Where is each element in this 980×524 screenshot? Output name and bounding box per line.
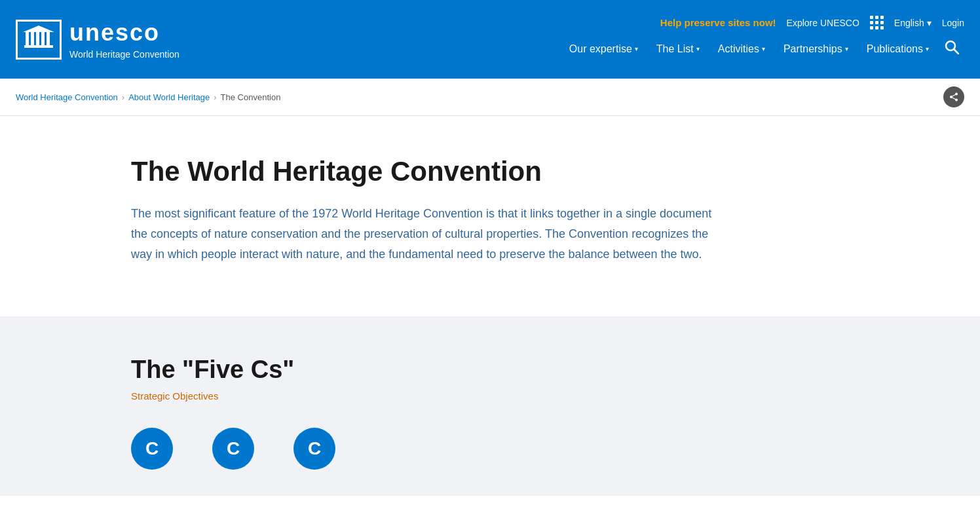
logo-area: unesco World Heritage Convention bbox=[16, 19, 179, 60]
svg-rect-0 bbox=[26, 32, 29, 45]
page-title: The World Heritage Convention bbox=[131, 155, 849, 188]
cs-circle-3: C bbox=[293, 428, 335, 470]
top-bar-right: Help preserve sites now! Explore UNESCO … bbox=[561, 16, 964, 63]
svg-rect-1 bbox=[31, 32, 34, 45]
search-button[interactable] bbox=[939, 35, 964, 63]
cs-circle-1: C bbox=[131, 428, 173, 470]
nav-item-publications[interactable]: Publications ▾ bbox=[859, 38, 937, 60]
five-cs-title: The "Five Cs" bbox=[131, 356, 849, 384]
share-button[interactable] bbox=[943, 86, 964, 107]
cs-card-3: C bbox=[293, 428, 335, 470]
logo-box bbox=[16, 20, 62, 60]
site-title: World Heritage Convention bbox=[69, 49, 179, 60]
nav-item-list[interactable]: The List ▾ bbox=[649, 38, 707, 60]
breadcrumb-bar: World Heritage Convention › About World … bbox=[0, 79, 980, 116]
breadcrumb: World Heritage Convention › About World … bbox=[16, 92, 280, 102]
svg-line-8 bbox=[954, 49, 958, 54]
nav-label-expertise: Our expertise bbox=[569, 43, 632, 55]
svg-line-12 bbox=[951, 94, 956, 98]
nav-item-activities[interactable]: Activities ▾ bbox=[710, 38, 773, 60]
cs-card-2: C bbox=[212, 428, 254, 470]
preserve-link[interactable]: Help preserve sites now! bbox=[660, 17, 776, 28]
grid-apps-icon[interactable] bbox=[870, 16, 884, 29]
nav-item-partnerships[interactable]: Partnerships ▾ bbox=[776, 38, 856, 60]
unesco-building-icon bbox=[23, 26, 54, 54]
chevron-down-icon: ▾ bbox=[927, 18, 932, 28]
main-content: The World Heritage Convention The most s… bbox=[0, 116, 980, 316]
login-button[interactable]: Login bbox=[942, 18, 964, 28]
top-bar: unesco World Heritage Convention Help pr… bbox=[0, 0, 980, 79]
svg-rect-4 bbox=[47, 32, 50, 45]
chevron-down-icon: ▾ bbox=[762, 45, 765, 52]
nav-label-activities: Activities bbox=[718, 43, 759, 55]
breadcrumb-separator: › bbox=[214, 92, 216, 102]
svg-marker-6 bbox=[23, 26, 54, 32]
cs-card-1: C bbox=[131, 428, 173, 470]
breadcrumb-link-about[interactable]: About World Heritage bbox=[128, 92, 210, 102]
cs-letter-2: C bbox=[227, 438, 240, 459]
chevron-down-icon: ▾ bbox=[696, 45, 700, 52]
language-label: English bbox=[894, 18, 924, 28]
cs-letter-3: C bbox=[308, 438, 321, 459]
explore-link[interactable]: Explore UNESCO bbox=[787, 18, 859, 28]
cs-letter-1: C bbox=[145, 438, 159, 459]
chevron-down-icon: ▾ bbox=[926, 45, 929, 52]
svg-rect-3 bbox=[41, 32, 45, 45]
nav-label-partnerships: Partnerships bbox=[783, 43, 842, 55]
cs-circle-2: C bbox=[212, 428, 254, 470]
breadcrumb-separator: › bbox=[122, 92, 124, 102]
svg-rect-5 bbox=[24, 45, 53, 48]
chevron-down-icon: ▾ bbox=[635, 45, 638, 52]
five-cs-section: The "Five Cs" Strategic Objectives C C C bbox=[0, 316, 980, 496]
svg-rect-2 bbox=[36, 32, 39, 45]
nav-item-expertise[interactable]: Our expertise ▾ bbox=[561, 38, 646, 60]
breadcrumb-link-whc[interactable]: World Heritage Convention bbox=[16, 92, 118, 102]
logo-text-area: unesco World Heritage Convention bbox=[69, 19, 179, 60]
language-selector[interactable]: English ▾ bbox=[894, 18, 932, 28]
top-right-links: Help preserve sites now! Explore UNESCO … bbox=[660, 16, 964, 29]
nav-label-publications: Publications bbox=[867, 43, 923, 55]
nav-label-list: The List bbox=[656, 43, 694, 55]
five-cs-cards: C C C bbox=[131, 428, 849, 470]
chevron-down-icon: ▾ bbox=[845, 45, 848, 52]
breadcrumb-current: The Convention bbox=[221, 92, 281, 102]
page-intro: The most significant feature of the 1972… bbox=[131, 204, 721, 264]
logo-text: unesco bbox=[69, 19, 179, 47]
svg-line-13 bbox=[951, 97, 956, 100]
five-cs-subtitle: Strategic Objectives bbox=[131, 390, 849, 402]
main-nav: Our expertise ▾ The List ▾ Activities ▾ … bbox=[561, 35, 964, 63]
